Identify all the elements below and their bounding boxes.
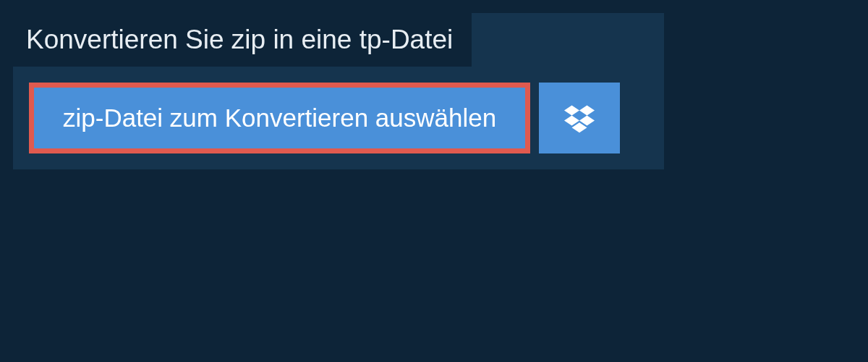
page-title: Konvertieren Sie zip in eine tp-Datei — [26, 25, 453, 54]
title-bar: Konvertieren Sie zip in eine tp-Datei — [13, 13, 472, 67]
button-row: zip-Datei zum Konvertieren auswählen — [13, 83, 664, 153]
select-file-button[interactable]: zip-Datei zum Konvertieren auswählen — [29, 83, 530, 153]
dropbox-icon — [564, 103, 595, 133]
select-file-label: zip-Datei zum Konvertieren auswählen — [63, 104, 496, 132]
converter-panel: Konvertieren Sie zip in eine tp-Datei zi… — [13, 13, 664, 169]
dropbox-button[interactable] — [539, 83, 620, 153]
